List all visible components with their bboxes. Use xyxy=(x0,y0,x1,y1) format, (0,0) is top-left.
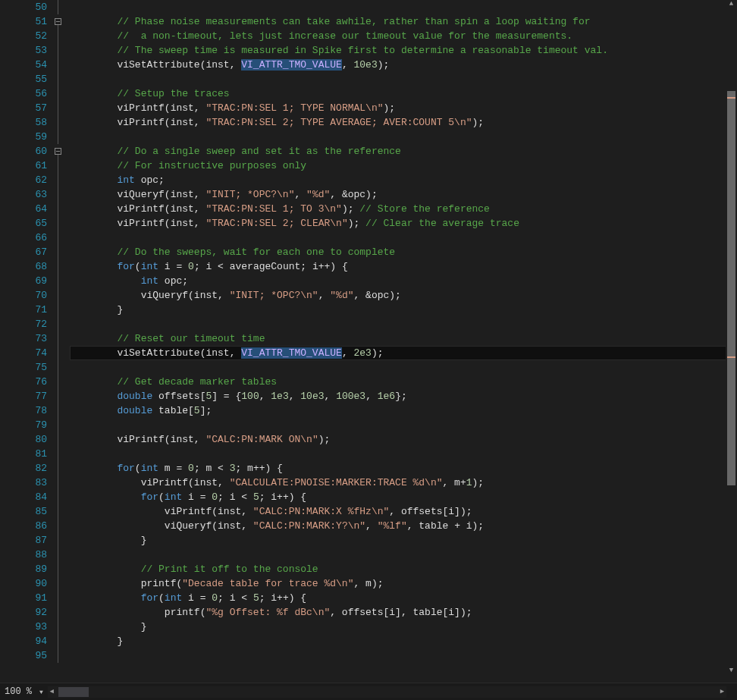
line-number[interactable]: 92 xyxy=(11,605,47,620)
line-number[interactable]: 79 xyxy=(11,418,47,432)
code-line[interactable] xyxy=(70,418,737,432)
line-number[interactable]: 54 xyxy=(11,58,47,72)
code-line[interactable]: // Get decade marker tables xyxy=(70,375,737,389)
line-number[interactable]: 68 xyxy=(11,259,47,274)
code-line[interactable]: for(int i = 0; i < averageCount; i++) { xyxy=(70,259,737,274)
code-line[interactable]: viPrintf(inst, "TRAC:PN:SEL 1; TO 3\n");… xyxy=(70,202,737,216)
line-number[interactable]: 83 xyxy=(11,476,47,490)
code-editor[interactable]: 5051525354555657585960616263646566676869… xyxy=(0,0,737,675)
code-line[interactable] xyxy=(70,72,737,86)
code-line[interactable]: // The sweep time is measured in Spike f… xyxy=(70,43,737,58)
zoom-dropdown-icon[interactable]: ▼ xyxy=(38,685,48,699)
line-number[interactable]: 81 xyxy=(11,447,47,461)
scroll-left-arrow[interactable]: ◀ xyxy=(48,687,56,697)
code-line[interactable] xyxy=(70,447,737,461)
code-line[interactable]: viQueryf(inst, "INIT; *OPC?\n", "%d", &o… xyxy=(70,288,737,303)
code-line[interactable]: double table[5]; xyxy=(70,403,737,418)
line-number[interactable]: 50 xyxy=(11,0,47,14)
line-number[interactable]: 85 xyxy=(11,504,47,519)
scrollbar-marker[interactable] xyxy=(727,356,735,358)
code-line[interactable]: for(int m = 0; m < 3; m++) { xyxy=(70,461,737,476)
fold-margin[interactable] xyxy=(53,0,64,675)
code-line[interactable]: // Phase noise measurements can take awh… xyxy=(70,14,737,29)
code-line[interactable]: // Reset our timeout time xyxy=(70,331,737,346)
scroll-down-arrow[interactable]: ▼ xyxy=(727,667,735,675)
code-line[interactable] xyxy=(70,317,737,331)
code-line[interactable]: viPrintf(inst, "TRAC:PN:SEL 2; TYPE AVER… xyxy=(70,115,737,130)
code-line[interactable] xyxy=(70,360,737,375)
line-number[interactable]: 90 xyxy=(11,576,47,591)
code-line[interactable]: // Do the sweeps, wait for each one to c… xyxy=(70,245,737,259)
code-line[interactable]: // For instructive purposes only xyxy=(70,159,737,173)
code-line[interactable]: // Do a single sweep and set it as the r… xyxy=(70,144,737,159)
code-line[interactable]: } xyxy=(70,620,737,634)
line-number[interactable]: 77 xyxy=(11,389,47,403)
line-number[interactable]: 69 xyxy=(11,274,47,288)
line-number[interactable]: 55 xyxy=(11,72,47,86)
line-number[interactable]: 64 xyxy=(11,202,47,216)
code-line[interactable]: printf("%g Offset: %f dBc\n", offsets[i]… xyxy=(70,605,737,620)
code-line[interactable] xyxy=(70,648,737,663)
code-line[interactable]: viPrintf(inst, "CALC:PN:MARK ON\n"); xyxy=(70,432,737,447)
code-line[interactable]: } xyxy=(70,303,737,317)
code-line[interactable]: viPrintf(inst, "TRAC:PN:SEL 2; CLEAR\n")… xyxy=(70,216,737,231)
code-line[interactable] xyxy=(70,231,737,245)
line-number[interactable]: 86 xyxy=(11,519,47,533)
code-line[interactable]: double offsets[5] = {100, 1e3, 10e3, 100… xyxy=(70,389,737,403)
line-number[interactable]: 59 xyxy=(11,130,47,144)
line-number[interactable]: 70 xyxy=(11,288,47,303)
code-area[interactable]: // Phase noise measurements can take awh… xyxy=(64,0,737,675)
code-line[interactable]: // Print it off to the console xyxy=(70,562,737,576)
line-number[interactable]: 66 xyxy=(11,231,47,245)
code-line[interactable]: printf("Decade table for trace %d\n", m)… xyxy=(70,576,737,591)
line-number[interactable]: 78 xyxy=(11,403,47,418)
line-number[interactable]: 88 xyxy=(11,548,47,562)
line-number[interactable]: 72 xyxy=(11,317,47,331)
scroll-right-arrow[interactable]: ▶ xyxy=(718,687,726,697)
line-number[interactable]: 91 xyxy=(11,591,47,605)
scroll-up-arrow[interactable]: ▲ xyxy=(727,0,735,8)
line-number[interactable]: 61 xyxy=(11,159,47,173)
line-number[interactable]: 95 xyxy=(11,648,47,663)
code-line[interactable]: int opc; xyxy=(70,173,737,187)
code-line[interactable]: for(int i = 0; i < 5; i++) { xyxy=(70,591,737,605)
code-line[interactable]: viPrintf(inst, "CALCULATE:PNOISE:MARKER:… xyxy=(70,476,737,490)
code-line[interactable]: viSetAttribute(inst, VI_ATTR_TMO_VALUE, … xyxy=(70,58,737,72)
zoom-level[interactable]: 100 % xyxy=(0,685,38,699)
line-number[interactable]: 62 xyxy=(11,173,47,187)
line-number[interactable]: 56 xyxy=(11,86,47,101)
vertical-scrollbar[interactable]: ▲ ▼ xyxy=(726,0,737,675)
line-number[interactable]: 76 xyxy=(11,375,47,389)
line-number[interactable]: 74 xyxy=(11,346,47,360)
line-number[interactable]: 58 xyxy=(11,115,47,130)
fold-toggle-icon[interactable] xyxy=(55,18,61,25)
code-line[interactable] xyxy=(70,130,737,144)
code-line[interactable]: viPrintf(inst, "TRAC:PN:SEL 1; TYPE NORM… xyxy=(70,101,737,115)
code-line[interactable] xyxy=(70,0,737,14)
line-number[interactable]: 60 xyxy=(11,144,47,159)
line-number[interactable]: 89 xyxy=(11,562,47,576)
line-number[interactable]: 57 xyxy=(11,101,47,115)
code-line[interactable]: } xyxy=(70,533,737,548)
code-line[interactable]: // a non-timeout, lets just increase our… xyxy=(70,29,737,43)
fold-toggle-icon[interactable] xyxy=(55,148,61,155)
code-line[interactable]: viQueryf(inst, "CALC:PN:MARK:Y?\n", "%lf… xyxy=(70,519,737,533)
code-line[interactable]: viSetAttribute(inst, VI_ATTR_TMO_VALUE, … xyxy=(70,346,737,360)
line-number-gutter[interactable]: 5051525354555657585960616263646566676869… xyxy=(11,0,53,675)
scroll-thumb[interactable] xyxy=(727,91,735,485)
line-number[interactable]: 67 xyxy=(11,245,47,259)
line-number[interactable]: 80 xyxy=(11,432,47,447)
code-line[interactable]: // Setup the traces xyxy=(70,86,737,101)
scrollbar-marker[interactable] xyxy=(727,97,735,99)
line-number[interactable]: 65 xyxy=(11,216,47,231)
code-line[interactable]: int opc; xyxy=(70,274,737,288)
line-number[interactable]: 53 xyxy=(11,43,47,58)
line-number[interactable]: 82 xyxy=(11,461,47,476)
line-number[interactable]: 51 xyxy=(11,14,47,29)
line-number[interactable]: 94 xyxy=(11,634,47,648)
line-number[interactable]: 63 xyxy=(11,187,47,202)
code-line[interactable]: } xyxy=(70,634,737,648)
horizontal-scrollbar[interactable]: ◀ ▶ xyxy=(48,686,726,698)
line-number[interactable]: 71 xyxy=(11,303,47,317)
line-number[interactable]: 75 xyxy=(11,360,47,375)
